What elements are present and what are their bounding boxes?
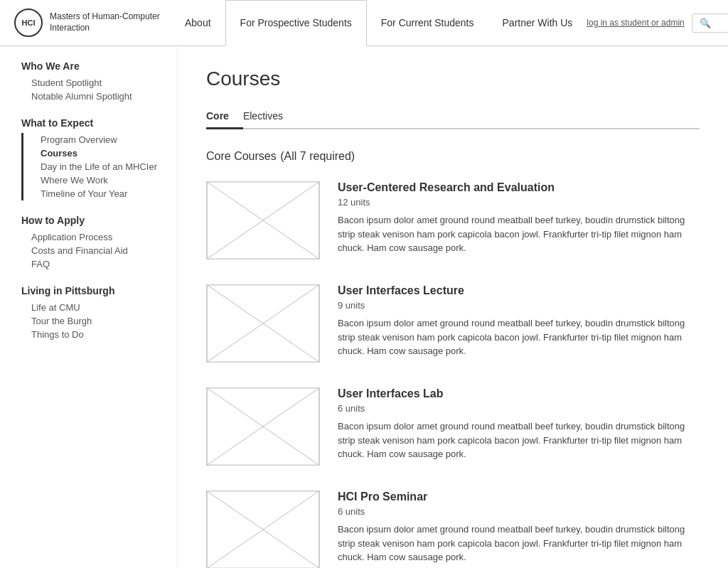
header-right: log in as student or admin bbox=[587, 14, 728, 33]
course-name: User-Centered Research and Evaluation bbox=[338, 181, 700, 194]
sidebar-sub-items: Student SpotlightNotable Alumni Spotligh… bbox=[21, 76, 163, 103]
sidebar-section: Who We AreStudent SpotlightNotable Alumn… bbox=[21, 60, 163, 103]
course-units: 9 units bbox=[338, 300, 700, 311]
course-desc: Bacon ipsum dolor amet ground round meat… bbox=[338, 213, 700, 255]
course-item: HCI Pro Seminar6 unitsBacon ipsum dolor … bbox=[206, 491, 700, 568]
sidebar-sub-item[interactable]: FAQ bbox=[21, 257, 163, 271]
nav-item-about[interactable]: About bbox=[171, 0, 225, 46]
tab-core[interactable]: Core bbox=[206, 105, 243, 129]
sidebar-sub-item[interactable]: Life at CMU bbox=[21, 301, 163, 314]
sidebar-sub-item[interactable]: Student Spotlight bbox=[21, 76, 163, 90]
course-image bbox=[206, 284, 320, 363]
sidebar-sub-item[interactable]: Costs and Financial Aid bbox=[21, 244, 163, 257]
layout: Who We AreStudent SpotlightNotable Alumn… bbox=[0, 46, 728, 568]
sidebar-sub-items: Program OverviewCoursesDay in the Life o… bbox=[21, 133, 163, 200]
sidebar-section-title[interactable]: What to Expect bbox=[21, 117, 163, 129]
course-item: User-Centered Research and Evaluation12 … bbox=[206, 181, 700, 259]
sidebar-section-title[interactable]: Who We Are bbox=[21, 60, 163, 72]
sidebar-sub-item[interactable]: Day in the Life of an MHCIer bbox=[31, 160, 163, 173]
course-info: User Interfaces Lab6 unitsBacon ipsum do… bbox=[338, 387, 700, 466]
section-title: Core Courses (All 7 required) bbox=[206, 147, 700, 164]
logo-area: HCI Masters of Human-Computer Interactio… bbox=[14, 9, 171, 37]
sidebar-sub-item[interactable]: Where We Work bbox=[31, 173, 163, 187]
course-name: User Interfaces Lecture bbox=[338, 284, 700, 297]
tabs: CoreElectives bbox=[206, 105, 700, 129]
nav-item-for-prospective-students[interactable]: For Prospective Students bbox=[225, 0, 367, 46]
course-info: HCI Pro Seminar6 unitsBacon ipsum dolor … bbox=[338, 491, 700, 568]
course-desc: Bacon ipsum dolor amet ground round meat… bbox=[338, 523, 700, 564]
sidebar-sub-item[interactable]: Application Process bbox=[21, 230, 163, 244]
sidebar-section: How to ApplyApplication ProcessCosts and… bbox=[21, 215, 163, 271]
sidebar: Who We AreStudent SpotlightNotable Alumn… bbox=[0, 46, 178, 568]
course-item: User Interfaces Lecture9 unitsBacon ipsu… bbox=[206, 284, 700, 363]
logo-icon: HCI bbox=[14, 9, 43, 37]
logo-text: Masters of Human-Computer Interaction bbox=[50, 11, 164, 33]
sidebar-sub-item[interactable]: Notable Alumni Spotlight bbox=[21, 90, 163, 103]
page-title: Courses bbox=[206, 68, 700, 90]
course-desc: Bacon ipsum dolor amet ground round meat… bbox=[338, 316, 700, 358]
course-name: HCI Pro Seminar bbox=[338, 491, 700, 503]
course-image bbox=[206, 387, 320, 466]
sidebar-sub-items: Application ProcessCosts and Financial A… bbox=[21, 230, 163, 271]
main-content: Courses CoreElectives Core Courses (All … bbox=[178, 46, 728, 568]
nav-item-for-current-students[interactable]: For Current Students bbox=[367, 0, 488, 46]
sidebar-section-title[interactable]: Living in Pittsburgh bbox=[21, 285, 163, 296]
login-link[interactable]: log in as student or admin bbox=[587, 18, 684, 28]
nav-item-partner-with-us[interactable]: Partner With Us bbox=[488, 0, 587, 46]
course-desc: Bacon ipsum dolor amet ground round meat… bbox=[338, 419, 700, 461]
sidebar-section: Living in PittsburghLife at CMUTour the … bbox=[21, 285, 163, 341]
sidebar-sub-item[interactable]: Courses bbox=[31, 146, 163, 160]
main-nav: AboutFor Prospective StudentsFor Current… bbox=[171, 0, 587, 46]
course-image bbox=[206, 181, 320, 259]
sidebar-sub-item[interactable]: Things to Do bbox=[21, 328, 163, 341]
sidebar-sub-items: Life at CMUTour the BurghThings to Do bbox=[21, 301, 163, 341]
sidebar-section-title[interactable]: How to Apply bbox=[21, 215, 163, 226]
course-units: 12 units bbox=[338, 197, 700, 208]
tab-electives[interactable]: Electives bbox=[243, 105, 297, 129]
sidebar-sub-item[interactable]: Program Overview bbox=[31, 133, 163, 146]
sidebar-sub-item[interactable]: Tour the Burgh bbox=[21, 314, 163, 328]
search-input[interactable] bbox=[692, 14, 728, 33]
header: HCI Masters of Human-Computer Interactio… bbox=[0, 0, 728, 46]
courses-list: User-Centered Research and Evaluation12 … bbox=[206, 181, 700, 568]
course-units: 6 units bbox=[338, 403, 700, 414]
sidebar-sub-item[interactable]: Timeline of Your Year bbox=[31, 187, 163, 200]
course-units: 6 units bbox=[338, 506, 700, 517]
course-image bbox=[206, 491, 320, 568]
course-info: User Interfaces Lecture9 unitsBacon ipsu… bbox=[338, 284, 700, 363]
course-item: User Interfaces Lab6 unitsBacon ipsum do… bbox=[206, 387, 700, 466]
course-name: User Interfaces Lab bbox=[338, 387, 700, 400]
course-info: User-Centered Research and Evaluation12 … bbox=[338, 181, 700, 259]
sidebar-section: What to ExpectProgram OverviewCoursesDay… bbox=[21, 117, 163, 200]
